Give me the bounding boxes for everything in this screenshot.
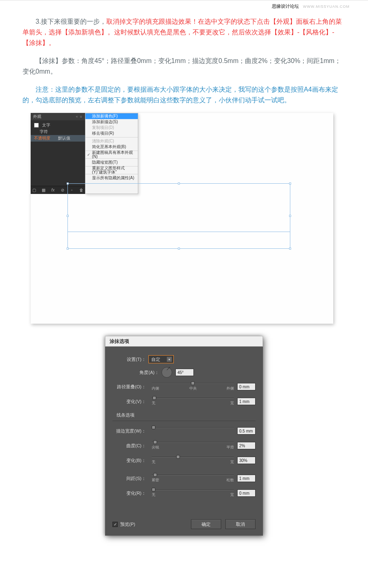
curviness-input[interactable]: 2%: [237, 442, 256, 449]
variation-r-input[interactable]: 0 mm: [237, 489, 256, 497]
variation-v-row: 变化(V)： 无宽 1 mm: [112, 396, 256, 407]
menu-hide-thumb[interactable]: 隐藏缩览图(T): [85, 160, 138, 165]
site-name: 思缘设计论坛: [272, 3, 299, 9]
variation-b-slider[interactable]: 无宽: [152, 455, 234, 466]
appearance-panel[interactable]: 外观 « ≡ 文字 字符 不透明度 默: [31, 113, 85, 194]
angle-row: 角度(A)： 45°: [112, 367, 256, 378]
variation-b-input[interactable]: 30%: [237, 457, 256, 464]
stroke-width-input[interactable]: 0.5 mm: [237, 427, 256, 435]
paragraph-3: 注意：这里的参数不是固定的，要根据画布大小跟字体的大小来决定，我写的这个参数是按…: [22, 84, 346, 106]
menu-add-stroke[interactable]: 添加新描边(S): [85, 119, 138, 125]
menu-show-hidden[interactable]: 显示所有隐藏的属性(A): [85, 175, 138, 181]
site-url: WWW.MISSYUAN.COM: [303, 5, 350, 9]
checkbox-icon: ✓: [112, 522, 118, 527]
variation-r-row: 变化(R)： 无宽 0 mm: [112, 487, 256, 499]
curviness-slider[interactable]: 尖锐平滑: [152, 440, 234, 451]
path-overlap-row: 路径重叠(O)： 内侧中央外侧 0 mm: [112, 381, 256, 392]
text-bounding-box[interactable]: [67, 183, 290, 249]
settings-select[interactable]: 自定▾: [148, 355, 174, 363]
panel-menu-icon[interactable]: ≡: [79, 115, 83, 118]
menu-redefine-style[interactable]: 重新定义图形样式(Y)"建筑字体": [85, 167, 138, 173]
appearance-flyout-menu: 添加新填色(F) 添加新描边(S) 复制项目(D) 移去项目(R) 清除外观(C…: [85, 113, 138, 194]
add-fill-icon[interactable]: ▦: [42, 188, 45, 193]
spacing-slider[interactable]: 紧密松散: [152, 473, 234, 484]
appearance-row-text[interactable]: 文字: [31, 122, 85, 128]
menu-new-has-basic[interactable]: ✓新建图稿具有基本外观(N): [85, 152, 138, 158]
angle-knob[interactable]: [162, 367, 172, 378]
panel-collapse-icon[interactable]: «: [75, 115, 79, 118]
paragraph-1: 3.接下来很重要的一步，取消掉文字的填充跟描边效果！在选中文字的状态下点击【外观…: [22, 16, 346, 48]
clear-icon[interactable]: ⊘: [61, 188, 64, 193]
illustrator-screenshot: 外观 « ≡ 文字 字符 不透明度 默: [31, 113, 333, 324]
stroke-width-slider[interactable]: [152, 425, 234, 437]
spacing-row: 间距(S)： 紧密松散 1 mm: [112, 473, 256, 484]
spacing-input[interactable]: 1 mm: [237, 475, 256, 482]
add-stroke-icon[interactable]: ▢: [32, 188, 36, 193]
menu-clear-appearance: 清除外观(C): [85, 138, 138, 144]
article-content: 3.接下来很重要的一步，取消掉文字的填充跟描边效果！在选中文字的状态下点击【外观…: [0, 12, 368, 560]
angle-input[interactable]: 45°: [175, 369, 194, 376]
curviness-row: 曲度(C)： 尖锐平滑 2%: [112, 440, 256, 451]
menu-remove-item[interactable]: 移去项目(R): [85, 131, 138, 136]
dialog-title-bar: 涂抹选项: [105, 336, 263, 347]
stroke-width-row: 描边宽度(W)： 0.5 mm: [112, 425, 256, 437]
preview-checkbox[interactable]: ✓ 预览(P): [112, 521, 135, 527]
page-header: 思缘设计论坛 WWW.MISSYUAN.COM: [0, 0, 368, 12]
menu-duplicate-item: 复制项目(D): [85, 125, 138, 131]
paragraph-2: 【涂抹】参数：角度45°；路径重叠0mm；变化1mm；描边宽度0.5mm；曲度2…: [22, 56, 346, 77]
line-section-title: 线条选项: [117, 412, 256, 418]
variation-v-input[interactable]: 1 mm: [237, 398, 256, 405]
variation-b-row: 变化(B)： 无宽 30%: [112, 455, 256, 466]
path-overlap-input[interactable]: 0 mm: [237, 383, 256, 390]
fill-swatch-icon: [34, 123, 39, 128]
cancel-button[interactable]: 取消: [225, 519, 256, 529]
variation-v-slider[interactable]: 无宽: [152, 396, 234, 407]
variation-r-slider[interactable]: 无宽: [152, 487, 234, 499]
dropdown-arrow-icon: ▾: [167, 357, 172, 362]
path-overlap-slider[interactable]: 内侧中央外侧: [152, 381, 234, 392]
settings-row: 设置(T)： 自定▾: [112, 355, 256, 364]
menu-add-fill[interactable]: 添加新填色(F): [85, 113, 138, 119]
fx-icon[interactable]: fx: [51, 188, 55, 193]
appearance-row-char[interactable]: 字符: [31, 128, 85, 135]
appearance-panel-header: 外观 « ≡: [31, 113, 85, 120]
ok-button[interactable]: 确定: [191, 519, 221, 529]
scribble-options-dialog: 涂抹选项 设置(T)： 自定▾ 角度(A)： 45° 路径重叠(O)： 内侧中央…: [105, 336, 263, 536]
appearance-row-opacity[interactable]: 不透明度 默认值: [31, 135, 85, 142]
menu-reduce-basic[interactable]: 简化至基本外观(B): [85, 144, 138, 150]
